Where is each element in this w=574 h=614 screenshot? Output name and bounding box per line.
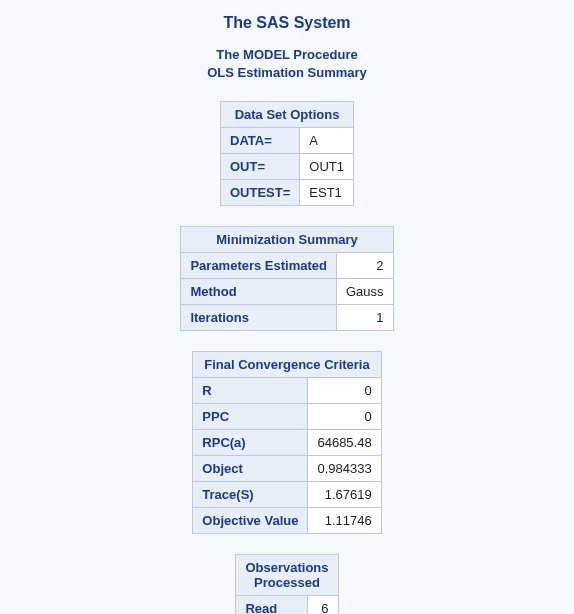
table-row: OUTEST= EST1 [221, 180, 354, 206]
minimization-summary-table: Minimization Summary Parameters Estimate… [180, 226, 393, 331]
row-label: Parameters Estimated [181, 253, 337, 279]
table-caption: Final Convergence Criteria [193, 352, 381, 378]
table-row: OUT= OUT1 [221, 154, 354, 180]
row-value: 1 [337, 305, 394, 331]
table-caption: Observations Processed [236, 555, 338, 596]
row-value: 1.11746 [308, 508, 381, 534]
table-caption: Minimization Summary [181, 227, 393, 253]
row-label: Read [236, 596, 308, 614]
table-caption: Data Set Options [221, 102, 354, 128]
row-value: OUT1 [300, 154, 354, 180]
row-value: Gauss [337, 279, 394, 305]
row-value: 0 [308, 378, 381, 404]
table-row: DATA= A [221, 128, 354, 154]
table-row: Objective Value 1.11746 [193, 508, 381, 534]
table-row: Parameters Estimated 2 [181, 253, 393, 279]
row-value: 2 [337, 253, 394, 279]
table-row: PPC 0 [193, 404, 381, 430]
row-label: OUT= [221, 154, 300, 180]
table-row: Method Gauss [181, 279, 393, 305]
subtitle-procedure: The MODEL Procedure [216, 47, 357, 62]
table-row: Iterations 1 [181, 305, 393, 331]
row-label: Trace(S) [193, 482, 308, 508]
row-label: OUTEST= [221, 180, 300, 206]
row-label: Objective Value [193, 508, 308, 534]
table-row: Read 6 [236, 596, 338, 614]
page-subtitle: The MODEL Procedure OLS Estimation Summa… [0, 46, 574, 81]
caption-line: Observations [245, 560, 328, 575]
subtitle-summary: OLS Estimation Summary [207, 65, 367, 80]
row-value: 0 [308, 404, 381, 430]
row-value: 0.984333 [308, 456, 381, 482]
row-value: EST1 [300, 180, 354, 206]
table-row: R 0 [193, 378, 381, 404]
data-set-options-table: Data Set Options DATA= A OUT= OUT1 OUTES… [220, 101, 354, 206]
table-row: RPC(a) 64685.48 [193, 430, 381, 456]
table-row: Object 0.984333 [193, 456, 381, 482]
row-label: R [193, 378, 308, 404]
final-convergence-criteria-table: Final Convergence Criteria R 0 PPC 0 RPC… [192, 351, 381, 534]
row-value: 1.67619 [308, 482, 381, 508]
row-label: Iterations [181, 305, 337, 331]
row-value: A [300, 128, 354, 154]
row-value: 6 [308, 596, 339, 614]
row-label: DATA= [221, 128, 300, 154]
caption-line: Processed [254, 575, 320, 590]
page-title: The SAS System [0, 14, 574, 32]
table-row: Trace(S) 1.67619 [193, 482, 381, 508]
row-label: Object [193, 456, 308, 482]
row-value: 64685.48 [308, 430, 381, 456]
observations-processed-table: Observations Processed Read 6 Solved 6 [235, 554, 338, 614]
row-label: PPC [193, 404, 308, 430]
row-label: Method [181, 279, 337, 305]
row-label: RPC(a) [193, 430, 308, 456]
